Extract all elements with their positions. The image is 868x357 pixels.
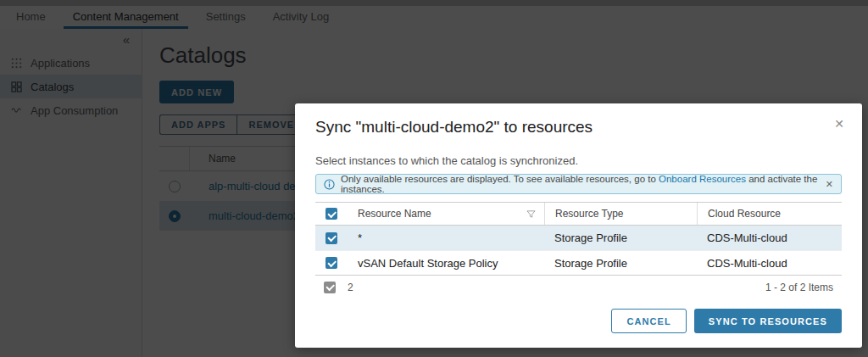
sync-to-resources-button[interactable]: SYNC TO RESOURCES <box>694 309 842 333</box>
dialog-description: Select instances to which the catalog is… <box>315 154 842 167</box>
table-row[interactable]: vSAN Default Storage Policy Storage Prof… <box>315 250 842 275</box>
resource-name-column-header: Resource Name <box>348 203 544 225</box>
info-alert: Only available resources are displayed. … <box>315 174 842 194</box>
info-icon <box>324 179 335 190</box>
onboard-resources-link[interactable]: Onboard Resources <box>659 174 746 184</box>
cloud-resource-cell: CDS-Multi-cloud <box>697 231 842 244</box>
table-footer: 2 1 - 2 of 2 Items <box>315 275 842 298</box>
dialog-actions: CANCEL SYNC TO RESOURCES <box>611 309 842 333</box>
selected-count-checkbox <box>324 282 336 293</box>
dialog-close-icon[interactable]: ✕ <box>834 117 844 131</box>
resource-name-cell: vSAN Default Storage Policy <box>348 257 544 270</box>
selected-count: 2 <box>348 282 765 293</box>
resources-table: Resource Name Resource Type Cloud Resour… <box>315 202 842 298</box>
sync-dialog: Sync "multi-cloud-demo2" to resources ✕ … <box>295 103 862 348</box>
resource-name-cell: * <box>348 231 544 244</box>
cloud-resource-column-header: Cloud Resource <box>697 203 842 225</box>
row-checkbox[interactable] <box>326 232 337 244</box>
resource-type-column-header: Resource Type <box>544 203 697 225</box>
alert-message: Only available resources are displayed. … <box>341 174 820 194</box>
alert-close-icon[interactable]: ✕ <box>826 179 833 190</box>
pagination-text: 1 - 2 of 2 Items <box>765 282 842 293</box>
cancel-button[interactable]: CANCEL <box>611 309 686 333</box>
resource-type-cell: Storage Profile <box>544 231 697 244</box>
select-all-checkbox[interactable] <box>326 208 337 220</box>
cloud-resource-cell: CDS-Multi-cloud <box>697 257 842 270</box>
resource-type-cell: Storage Profile <box>544 257 697 270</box>
row-checkbox[interactable] <box>326 257 337 269</box>
app-window: Home Content Management Settings Activit… <box>0 0 868 357</box>
resources-table-header: Resource Name Resource Type Cloud Resour… <box>315 203 842 226</box>
dialog-title: Sync "multi-cloud-demo2" to resources <box>295 103 862 137</box>
table-row[interactable]: * Storage Profile CDS-Multi-cloud <box>315 226 842 250</box>
filter-icon[interactable] <box>526 209 536 219</box>
